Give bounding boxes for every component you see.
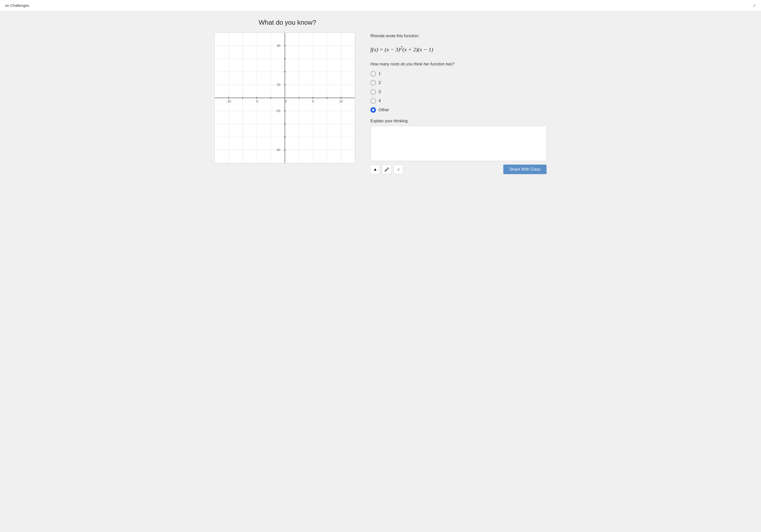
- toolbar-row: ▲ 🎤 √ Share With Class: [371, 165, 547, 174]
- svg-text:20: 20: [277, 83, 280, 87]
- option-2-label: 2: [379, 80, 381, 85]
- svg-text:-20: -20: [275, 109, 280, 113]
- mic-button[interactable]: 🎤: [382, 165, 391, 174]
- radio-1[interactable]: [371, 71, 376, 77]
- how-many-question: How many roots do you think her function…: [371, 62, 547, 66]
- right-panel: Rhonda wrote this function: f(x) = (x − …: [371, 19, 547, 174]
- left-panel: What do you know?: [214, 19, 360, 174]
- intro-text: Rhonda wrote this function:: [371, 34, 547, 38]
- option-3-label: 3: [379, 89, 381, 94]
- toolbar-left: ▲ 🎤 √: [371, 165, 403, 174]
- answer-options: 1 2 3 4 Other: [371, 71, 547, 113]
- svg-text:-10: -10: [226, 99, 231, 103]
- image-button[interactable]: ▲: [371, 165, 380, 174]
- coordinate-graph: 40 20 -20 -40 -10 -5 0 5 10: [215, 33, 355, 163]
- radio-3[interactable]: [371, 89, 376, 94]
- option-3[interactable]: 3: [371, 89, 547, 94]
- svg-text:-5: -5: [256, 99, 259, 103]
- graph-container: 40 20 -20 -40 -10 -5 0 5 10: [214, 32, 355, 163]
- share-with-class-button[interactable]: Share With Class: [503, 165, 547, 174]
- page-title: What do you know?: [214, 19, 360, 27]
- option-other[interactable]: Other: [371, 107, 547, 113]
- image-icon: ▲: [373, 167, 377, 172]
- svg-text:0: 0: [285, 99, 287, 103]
- svg-text:40: 40: [277, 44, 280, 47]
- svg-text:10: 10: [339, 99, 343, 103]
- option-1-label: 1: [379, 71, 381, 76]
- option-1[interactable]: 1: [371, 71, 547, 77]
- page-breadcrumb: on Challenges: [5, 3, 29, 8]
- svg-text:5: 5: [312, 99, 314, 103]
- explain-textarea[interactable]: [371, 126, 547, 161]
- option-4[interactable]: 4: [371, 98, 547, 104]
- main-content: What do you know?: [205, 11, 556, 182]
- svg-text:-40: -40: [275, 148, 280, 152]
- radio-4[interactable]: [371, 98, 376, 104]
- math-icon: √: [397, 167, 399, 171]
- option-4-label: 4: [379, 98, 381, 103]
- mic-icon: 🎤: [384, 167, 389, 172]
- radio-other[interactable]: [371, 107, 376, 113]
- math-button[interactable]: √: [393, 165, 403, 174]
- explain-label: Explain your thinking.: [371, 119, 547, 123]
- option-2[interactable]: 2: [371, 80, 547, 86]
- expand-icon[interactable]: ⤢: [753, 4, 756, 8]
- radio-2[interactable]: [371, 80, 376, 86]
- function-display: f(x) = (x − 3)2(x + 2)(x − 1): [371, 45, 547, 53]
- top-bar: on Challenges ⤢: [0, 0, 761, 11]
- option-other-label: Other: [379, 107, 389, 112]
